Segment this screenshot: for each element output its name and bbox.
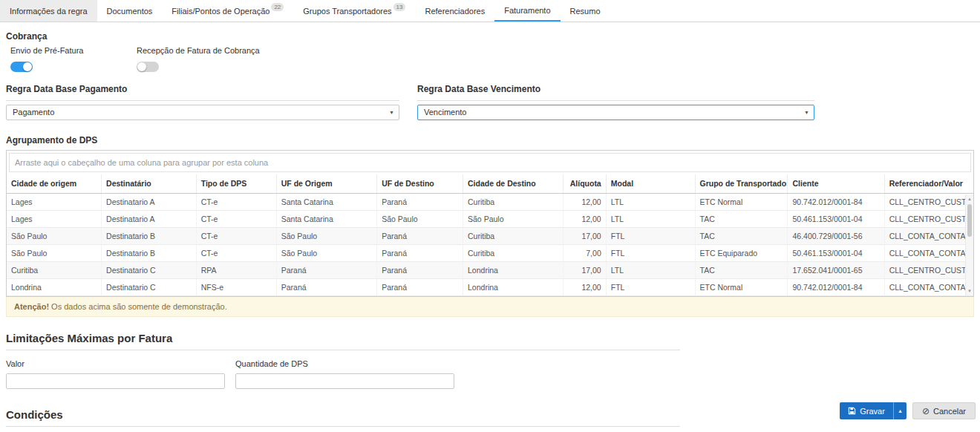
table-row[interactable]: São PauloDestinatario BCT-eSão PauloPara… bbox=[7, 227, 973, 244]
cell: Destinatario C bbox=[102, 278, 197, 295]
tab-faturamento[interactable]: Faturamento bbox=[494, 0, 560, 22]
section-title-cobranca: Cobrança bbox=[6, 31, 974, 42]
tab-referenciadores[interactable]: Referenciadores bbox=[415, 0, 494, 22]
cell: Paraná bbox=[377, 278, 463, 295]
table-row[interactable]: LagesDestinatario ACT-eSanta CatarinaSão… bbox=[7, 210, 973, 227]
tab-badge: 13 bbox=[393, 3, 406, 11]
scrollbar-thumb[interactable] bbox=[967, 204, 972, 237]
column-header-uf-de-destino[interactable]: UF de Destino bbox=[377, 174, 463, 193]
tab-documentos[interactable]: Documentos bbox=[97, 0, 163, 22]
cobranca-toggles: Envio de Pré-FaturaRecepção de Fatura de… bbox=[10, 46, 974, 72]
toggle-knob bbox=[137, 62, 146, 71]
cell: Curitiba bbox=[7, 261, 102, 278]
footer-actions: Gravar ▲ ⊘ Cancelar bbox=[840, 402, 976, 419]
cell: CLL_CONTA_CONTABIL: DEPART_A bbox=[884, 227, 973, 244]
toggle-group: Recepção de Fatura de Cobrança bbox=[137, 46, 260, 72]
column-header-tipo-de-dps[interactable]: Tipo de DPS bbox=[196, 174, 276, 193]
cell: Londrina bbox=[7, 278, 102, 295]
cell: CT-e bbox=[196, 193, 276, 210]
cell: São Paulo bbox=[7, 227, 102, 244]
caret-up-icon: ▲ bbox=[898, 408, 903, 413]
cell: Destinatario B bbox=[102, 244, 197, 261]
cell: Paraná bbox=[377, 244, 463, 261]
save-button[interactable]: Gravar bbox=[840, 402, 893, 419]
tab-informacoes-da-regra[interactable]: Informações da regra bbox=[0, 0, 97, 22]
cancel-icon: ⊘ bbox=[922, 407, 930, 416]
cell: Destinatario A bbox=[102, 193, 197, 210]
column-header-cliente[interactable]: Cliente bbox=[788, 174, 884, 193]
quantidade-de-dps-input[interactable] bbox=[235, 373, 454, 389]
field-quantidade-de-dps: Quantidade de DPS bbox=[235, 359, 454, 389]
section-data-base: Regra Data Base Pagamento Pagamento ▼ Re… bbox=[6, 84, 974, 120]
column-header-aliquota[interactable]: Alíquota bbox=[564, 174, 606, 193]
save-icon bbox=[848, 407, 856, 415]
save-split-button: Gravar ▲ bbox=[840, 402, 906, 419]
toggle-label: Recepção de Fatura de Cobrança bbox=[137, 46, 260, 55]
tab-label: Documentos bbox=[107, 7, 153, 16]
tab-label: Resumo bbox=[570, 7, 601, 16]
cancel-button[interactable]: ⊘ Cancelar bbox=[912, 402, 976, 419]
cell: Curitiba bbox=[463, 244, 564, 261]
cell: CLL_CENTRO_CUSTO: TL_DIST bbox=[884, 210, 973, 227]
cell: Destinatario C bbox=[102, 261, 197, 278]
cell: Santa Catarina bbox=[276, 193, 376, 210]
cell: FTL bbox=[606, 227, 695, 244]
cell: 17.652.041/0001-65 bbox=[788, 261, 884, 278]
section-cobranca: Cobrança Envio de Pré-FaturaRecepção de … bbox=[6, 31, 974, 72]
cell: Destinatario B bbox=[102, 227, 197, 244]
cell: TAC bbox=[695, 261, 788, 278]
column-header-grupo-de-transportador[interactable]: Grupo de Transportador bbox=[695, 174, 788, 193]
table-row[interactable]: LondrinaDestinatario CNFS-eParanáParanáL… bbox=[7, 278, 973, 295]
table-scrollbar[interactable]: ▲ ▼ bbox=[965, 194, 973, 295]
column-header-cidade-de-destino[interactable]: Cidade de Destino bbox=[463, 174, 564, 193]
cell: São Paulo bbox=[276, 227, 376, 244]
table-row[interactable]: LagesDestinatario ACT-eSanta CatarinaPar… bbox=[7, 193, 973, 210]
toggle-label: Envio de Pré-Fatura bbox=[10, 46, 128, 55]
scroll-down-icon[interactable]: ▼ bbox=[966, 287, 973, 295]
column-header-referenciador-valor[interactable]: Referenciador/Valor bbox=[884, 174, 973, 193]
scroll-up-icon[interactable]: ▲ bbox=[966, 195, 973, 203]
toggle-group: Envio de Pré-Fatura bbox=[10, 46, 128, 72]
cell: Curitiba bbox=[463, 227, 564, 244]
cell: 12,00 bbox=[564, 278, 606, 295]
cell: CLL_CENTRO_CUSTO: TL_DIST bbox=[884, 261, 973, 278]
cell: TAC bbox=[695, 227, 788, 244]
group-by-panel[interactable]: Arraste aqui o cabeçalho de uma coluna p… bbox=[9, 153, 971, 172]
cell: Destinatario A bbox=[102, 210, 197, 227]
cell: 17,00 bbox=[564, 261, 606, 278]
regra-pagamento-value: Pagamento bbox=[13, 108, 54, 117]
tab-resumo[interactable]: Resumo bbox=[561, 0, 610, 22]
cell: São Paulo bbox=[276, 244, 376, 261]
table-row[interactable]: São PauloDestinatario BCT-eSão PauloPara… bbox=[7, 244, 973, 261]
section-title-regra-pagamento: Regra Data Base Pagamento bbox=[6, 84, 399, 101]
save-options-button[interactable]: ▲ bbox=[893, 402, 906, 419]
cell: CLL_CENTRO_CUSTO: LTL_DIST bbox=[884, 193, 973, 210]
cell: Paraná bbox=[276, 278, 376, 295]
cell: CLL_CONTA_CONTABIL: DEPART_B bbox=[884, 244, 973, 261]
table-row[interactable]: CuritibaDestinatario CRPAParanáParanáLon… bbox=[7, 261, 973, 278]
regra-pagamento-select[interactable]: Pagamento ▼ bbox=[6, 105, 399, 120]
column-header-uf-de-origem[interactable]: UF de Origem bbox=[276, 174, 376, 193]
cell: 17,00 bbox=[564, 227, 606, 244]
tab-grupos-transportadores[interactable]: Grupos Transportadores13 bbox=[293, 0, 415, 22]
regra-vencimento-select[interactable]: Vencimento ▼ bbox=[417, 105, 814, 120]
column-header-cidade-de-origem[interactable]: Cidade de origem bbox=[7, 174, 102, 193]
cell: LTL bbox=[606, 261, 695, 278]
envio-de-pre-fatura-toggle[interactable] bbox=[10, 62, 33, 72]
table-header-row: Cidade de origemDestinatárioTipo de DPSU… bbox=[7, 174, 973, 193]
dps-grid: Arraste aqui o cabeçalho de uma coluna p… bbox=[6, 150, 974, 297]
valor-input[interactable] bbox=[6, 373, 225, 389]
field-label: Valor bbox=[6, 359, 225, 368]
recepcao-de-fatura-de-cobranca-toggle[interactable] bbox=[137, 62, 159, 72]
cell: NFS-e bbox=[196, 278, 276, 295]
cell: FTL bbox=[606, 278, 695, 295]
tab-filiais-pontos-de-operacao[interactable]: Filiais/Pontos de Operação22 bbox=[162, 0, 293, 22]
section-title-agrupamento: Agrupamento de DPS bbox=[6, 135, 974, 145]
cell: Lages bbox=[7, 193, 102, 210]
column-header-modal[interactable]: Modal bbox=[606, 174, 695, 193]
cell: CT-e bbox=[196, 227, 276, 244]
cell: 46.400.729/0001-56 bbox=[788, 227, 884, 244]
tab-label: Referenciadores bbox=[425, 7, 485, 16]
cell: Londrina bbox=[463, 278, 564, 295]
column-header-destinatario[interactable]: Destinatário bbox=[102, 174, 197, 193]
